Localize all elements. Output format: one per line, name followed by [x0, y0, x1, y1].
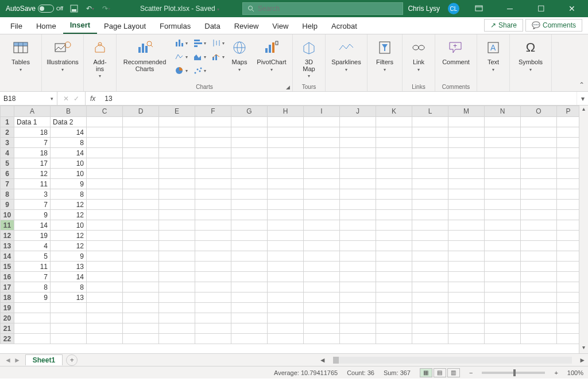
cell[interactable]: 10	[51, 158, 87, 169]
cell[interactable]: 12	[51, 231, 87, 241]
col-header[interactable]: D	[123, 106, 159, 117]
col-header[interactable]: N	[485, 106, 521, 117]
cell[interactable]: 3	[14, 189, 51, 200]
cell[interactable]: 14	[51, 127, 87, 138]
scroll-left-icon[interactable]: ◄	[317, 356, 328, 364]
row-header[interactable]: 5	[1, 158, 14, 169]
cell[interactable]: 11	[14, 262, 51, 272]
cell[interactable]: 18	[14, 127, 51, 138]
save-icon[interactable]	[69, 3, 79, 14]
tab-review[interactable]: Review	[227, 18, 266, 34]
ribbon-display-icon[interactable]	[467, 0, 490, 17]
cell[interactable]: 10	[51, 169, 87, 179]
pie-chart-button[interactable]: ▾	[172, 64, 188, 77]
symbols-button[interactable]: Ω Symbols▾	[513, 37, 548, 75]
filters-button[interactable]: Filters▾	[371, 37, 399, 75]
row-header[interactable]: 14	[1, 251, 14, 262]
col-header[interactable]: L	[412, 106, 448, 117]
page-break-view-button[interactable]: ▥	[447, 368, 460, 377]
col-header[interactable]: G	[231, 106, 268, 117]
cell[interactable]: 14	[14, 220, 51, 231]
column-chart-button[interactable]: ▾	[172, 37, 188, 49]
bar-chart-button[interactable]: ▾	[190, 37, 206, 49]
cell[interactable]: 9	[14, 210, 51, 220]
tab-page-layout[interactable]: Page Layout	[97, 18, 153, 34]
row-header[interactable]: 18	[1, 292, 14, 303]
share-button[interactable]: ↗Share	[484, 19, 523, 32]
link-button[interactable]: Link▾	[406, 37, 431, 75]
tab-formulas[interactable]: Formulas	[153, 18, 198, 34]
col-header[interactable]: M	[448, 106, 485, 117]
col-header[interactable]: I	[304, 106, 340, 117]
illustrations-button[interactable]: Illustrations▾	[45, 37, 80, 75]
scroll-right-icon[interactable]: ►	[577, 356, 588, 364]
row-header[interactable]: 6	[1, 169, 14, 179]
autosave-toggle[interactable]: AutoSave Off	[6, 5, 63, 13]
cell[interactable]: 18	[14, 148, 51, 158]
cell[interactable]: 13	[51, 262, 87, 272]
cell[interactable]: 9	[51, 179, 87, 189]
spreadsheet-grid[interactable]: A B C D E F G H I J K L M N O P 1Data 1D…	[0, 106, 579, 344]
pivotchart-button[interactable]: PivotChart▾	[254, 37, 289, 75]
tab-data[interactable]: Data	[198, 18, 227, 34]
cell[interactable]: 8	[51, 138, 87, 148]
zoom-in-button[interactable]: +	[554, 369, 558, 376]
cell[interactable]: 5	[14, 251, 51, 262]
row-header[interactable]: 15	[1, 262, 14, 272]
cell[interactable]: Data 1	[14, 117, 51, 127]
addins-button[interactable]: Add- ins▾	[87, 37, 113, 80]
comments-button[interactable]: 💬Comments	[525, 19, 582, 32]
cell[interactable]: 19	[14, 231, 51, 241]
tab-view[interactable]: View	[265, 18, 295, 34]
row-header[interactable]: 13	[1, 241, 14, 251]
tab-file[interactable]: File	[3, 18, 29, 34]
search-input[interactable]	[258, 5, 398, 13]
user-name[interactable]: Chris Lysy	[408, 5, 440, 13]
row-header[interactable]: 22	[1, 334, 14, 344]
cell[interactable]: 14	[51, 148, 87, 158]
sheet-nav-next-icon[interactable]: ►	[14, 356, 21, 364]
col-header[interactable]: A	[14, 106, 51, 117]
file-name[interactable]: Scatter Plot.xlsx - Saved ▾	[140, 5, 219, 13]
cell[interactable]: 12	[14, 169, 51, 179]
cell[interactable]: 7	[14, 200, 51, 210]
cell[interactable]: 14	[51, 272, 87, 282]
cell[interactable]: 12	[51, 241, 87, 251]
col-header[interactable]: K	[376, 106, 412, 117]
enter-formula-icon[interactable]: ✓	[74, 95, 79, 103]
stock-chart-button[interactable]: ▾	[208, 37, 225, 49]
recommended-charts-button[interactable]: Recommended Charts	[120, 37, 169, 73]
maps-button[interactable]: Maps▾	[227, 37, 252, 75]
cell[interactable]: 11	[14, 179, 51, 189]
row-header[interactable]: 16	[1, 272, 14, 282]
cell[interactable]: Data 2	[51, 117, 87, 127]
formula-input[interactable]: 13	[100, 92, 577, 105]
cell[interactable]: 8	[14, 282, 51, 292]
scroll-up-icon[interactable]: ▴	[579, 106, 588, 115]
cancel-formula-icon[interactable]: ✕	[63, 95, 69, 103]
cell[interactable]: 8	[51, 189, 87, 200]
scatter-chart-button[interactable]: ▾	[190, 64, 206, 77]
row-header[interactable]: 4	[1, 148, 14, 158]
sheet-nav-prev-icon[interactable]: ◄	[5, 356, 11, 364]
fx-icon[interactable]: fx	[86, 92, 100, 105]
col-header[interactable]: C	[87, 106, 123, 117]
page-layout-view-button[interactable]: ▤	[434, 368, 446, 377]
comment-button[interactable]: + Comment	[439, 37, 473, 67]
cell[interactable]: 12	[51, 200, 87, 210]
cell[interactable]: 7	[14, 272, 51, 282]
undo-icon[interactable]: ↶▾	[85, 3, 95, 14]
zoom-out-button[interactable]: −	[469, 369, 473, 376]
combo-chart-button[interactable]: ▾	[208, 50, 225, 63]
row-header[interactable]: 11	[1, 220, 14, 231]
select-all-corner[interactable]	[1, 106, 14, 117]
chevron-down-icon[interactable]: ▾	[51, 96, 53, 102]
row-header[interactable]: 17	[1, 282, 14, 292]
cell[interactable]: 4	[14, 241, 51, 251]
row-header[interactable]: 7	[1, 179, 14, 189]
tab-home[interactable]: Home	[29, 18, 63, 34]
cell[interactable]: 17	[14, 158, 51, 169]
tab-insert[interactable]: Insert	[63, 17, 97, 34]
3d-map-button[interactable]: 3D Map▾	[296, 37, 322, 80]
col-header[interactable]: J	[340, 106, 376, 117]
